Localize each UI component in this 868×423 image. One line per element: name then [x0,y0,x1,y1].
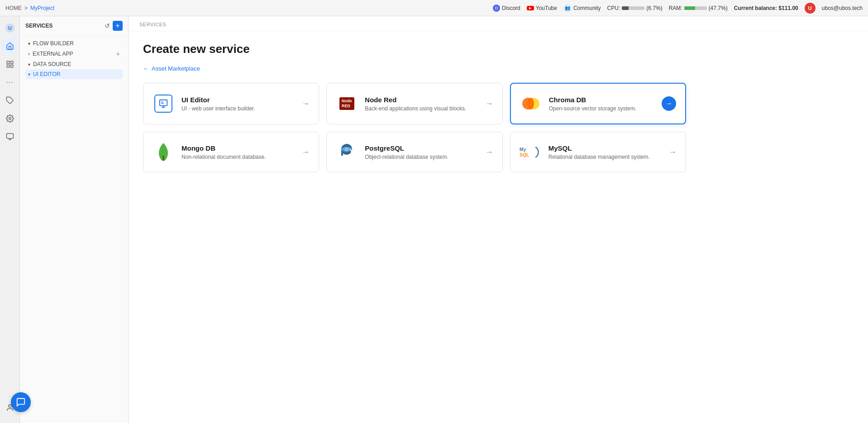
main-layout: U ··· [0,16,868,423]
svg-point-11 [9,404,11,407]
card-title: MySQL [548,144,661,152]
sidebar-header-actions: ↺ + [105,21,123,31]
card-description: UI - web user interface builder. [181,105,294,112]
card-arrow-icon: → [485,99,493,109]
sidebar-add-button[interactable]: + [113,21,123,31]
svg-rect-3 [10,61,13,63]
ram-percent: (47.7%) [709,5,728,11]
youtube-label: YouTube [536,5,557,11]
user-email: ubos@ubos.tech [822,5,863,11]
service-card-mysql[interactable]: My SQL MySQL Relational database managem… [510,132,686,172]
chevron-right-icon: › [28,51,30,57]
ubos-logo-icon: U [5,23,15,33]
sidebar-refresh-button[interactable]: ↺ [105,22,110,29]
nav-logo[interactable]: U [2,20,18,36]
home-link[interactable]: HOME [5,5,22,11]
chat-icon [16,397,26,407]
nav-home[interactable] [2,38,18,54]
card-arrow-icon: → [485,147,493,157]
nav-monitor[interactable] [2,128,18,145]
nav-settings[interactable] [2,110,18,127]
grid-icon [6,60,14,68]
community-icon: 👥 [563,4,572,12]
cpu-label: CPU: [607,5,620,11]
user-avatar[interactable]: U [805,3,816,14]
card-title: Mongo DB [181,144,294,152]
sidebar-item-label: EXTERNAL APP [33,51,73,57]
nav-grid[interactable] [2,56,18,72]
service-card-mongo-db[interactable]: Mongo DB Non-relational document databas… [143,132,319,172]
sidebar-item-label: DATA SOURCE [33,61,71,67]
community-link[interactable]: 👥 Community [563,4,601,12]
card-description: Non-relational document database. [181,154,294,160]
svg-rect-8 [6,133,13,138]
node-red-icon: NodeRED [336,93,358,114]
chroma-db-icon [520,93,542,114]
svg-text:My: My [520,147,526,152]
arrow-left-icon: ← [143,65,149,72]
sidebar-items: ▾ FLOW BUILDER › EXTERNAL APP + ▾ DATA S… [20,36,128,82]
nav-more[interactable]: ··· [2,74,18,90]
sidebar: SERVICES ↺ + ▾ FLOW BUILDER › EXTERNAL A… [20,16,129,423]
back-link-label: Asset Marketplace [152,65,200,72]
card-title: Chroma DB [549,96,654,104]
sidebar-item-flow-builder[interactable]: ▾ FLOW BUILDER [25,38,123,48]
card-content: Mongo DB Non-relational document databas… [181,144,294,160]
sidebar-item-data-source[interactable]: ▾ DATA SOURCE [25,59,123,69]
page-title: Create new service [143,42,854,56]
cpu-percent: (6.7%) [646,5,662,11]
chevron-down-icon: ▾ [28,72,30,77]
settings-icon [6,114,14,123]
back-to-marketplace-link[interactable]: ← Asset Marketplace [143,65,200,72]
card-description: Object-relational database system. [365,154,477,160]
card-content: PostgreSQL Object-relational database sy… [365,144,477,160]
cpu-progress-fill [622,6,629,10]
monitor-icon [6,133,14,141]
chevron-down-icon: ▾ [28,62,30,67]
external-app-add-button[interactable]: + [116,50,120,57]
card-content: Node Red Back-end applications using vis… [365,96,477,112]
more-dots-icon: ··· [6,78,13,86]
sidebar-title: SERVICES [25,23,52,29]
service-card-node-red[interactable]: NodeRED Node Red Back-end applications u… [326,83,502,124]
service-card-postgresql[interactable]: PostgreSQL Object-relational database sy… [326,132,502,172]
svg-text:U: U [8,25,12,31]
service-card-ui-editor[interactable]: UI Editor UI - web user interface builde… [143,83,319,124]
ram-progress-bar [684,6,707,10]
svg-rect-5 [10,65,13,67]
topbar-right: D Discord ▶ YouTube 👥 Community CPU: (6.… [493,3,863,14]
chevron-down-icon: ▾ [28,41,30,46]
card-description: Back-end applications using visual block… [365,105,477,112]
sidebar-item-label: FLOW BUILDER [33,40,74,47]
card-title: Node Red [365,96,477,104]
cpu-metric: CPU: (6.7%) [607,5,663,11]
ram-progress-fill [684,6,695,10]
mongo-db-icon [153,141,174,163]
nav-puzzle[interactable] [2,92,18,109]
card-arrow-icon: → [662,96,676,111]
sidebar-item-external-app[interactable]: › EXTERNAL APP + [25,48,123,59]
card-title: UI Editor [181,96,294,104]
svg-rect-20 [163,156,164,160]
discord-link[interactable]: D Discord [493,5,520,12]
sidebar-item-ui-editor[interactable]: ▾ UI EDITOR [25,69,123,79]
balance-amount: $111.00 [778,5,798,11]
balance-label: Current balance: $111.00 [734,5,798,11]
svg-rect-4 [7,65,9,67]
chat-bubble-button[interactable] [11,392,31,412]
card-arrow-icon: → [668,147,677,157]
card-content: MySQL Relational database management sys… [548,144,661,160]
sidebar-header: SERVICES ↺ + [20,16,128,36]
youtube-link[interactable]: ▶ YouTube [527,5,557,11]
svg-rect-2 [7,61,9,63]
home-icon [6,42,14,50]
project-link[interactable]: MyProject [30,5,54,11]
breadcrumb: HOME > MyProject [5,5,54,11]
content-section-header: SERVICES [129,16,868,31]
service-card-chroma-db[interactable]: Chroma DB Open-source vector storage sys… [510,83,686,124]
svg-point-24 [344,147,349,152]
svg-point-7 [9,118,11,120]
ui-editor-icon [153,93,174,114]
community-label: Community [573,5,601,11]
card-description: Open-source vector storage system. [549,105,654,112]
